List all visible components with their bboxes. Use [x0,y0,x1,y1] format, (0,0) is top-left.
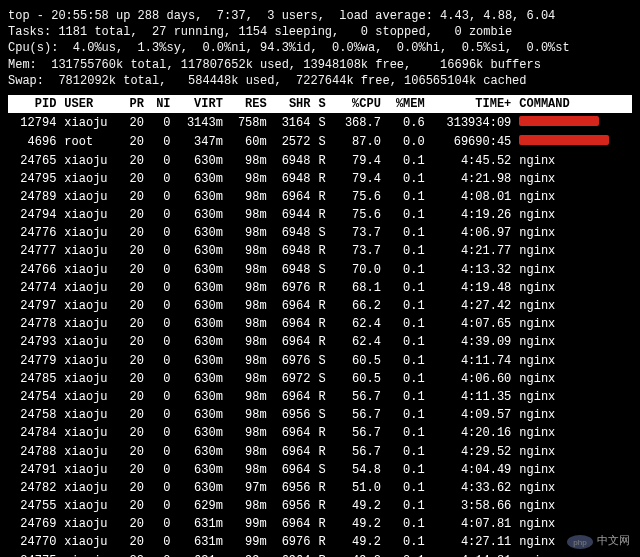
process-row[interactable]: 4696root200347m60m2572S87.00.069690:45 [8,132,632,151]
cell-pid: 4696 [8,132,60,151]
cell-s: R [314,170,332,188]
cell-ni: 0 [148,333,175,351]
cell-res: 98m [227,206,271,224]
cell-cpu: 62.4 [333,333,385,351]
summary-cpu: Cpu(s): 4.0%us, 1.3%sy, 0.0%ni, 94.3%id,… [8,40,632,56]
cell-pid: 24784 [8,424,60,442]
process-row[interactable]: 24766xiaoju200630m98m6948S70.00.14:13.32… [8,261,632,279]
cell-cpu: 56.7 [333,406,385,424]
cell-mem: 0.1 [385,424,429,442]
cell-pr: 20 [121,333,148,351]
col-pid[interactable]: PID [8,95,60,113]
cell-cpu: 49.2 [333,533,385,551]
process-row[interactable]: 24778xiaoju200630m98m6964R62.40.14:07.65… [8,315,632,333]
cell-time: 4:07.65 [429,315,516,333]
cell-s: R [314,552,332,557]
process-row[interactable]: 24797xiaoju200630m98m6964R66.20.14:27.42… [8,297,632,315]
cell-pr: 20 [121,113,148,132]
cell-virt: 630m [175,297,227,315]
cell-s: R [314,206,332,224]
cell-ni: 0 [148,552,175,557]
col-time[interactable]: TIME+ [429,95,516,113]
process-row[interactable]: 24795xiaoju200630m98m6948R79.40.14:21.98… [8,170,632,188]
process-row[interactable]: 24770xiaoju200631m99m6976R49.20.14:27.11… [8,533,632,551]
col-cpu[interactable]: %CPU [333,95,385,113]
cell-res: 98m [227,170,271,188]
header-row[interactable]: PID USER PR NI VIRT RES SHR S %CPU %MEM … [8,95,632,113]
process-row[interactable]: 24765xiaoju200630m98m6948R79.40.14:45.52… [8,152,632,170]
cell-command: nginx [515,370,632,388]
cell-pid: 24774 [8,279,60,297]
cell-s: S [314,132,332,151]
col-mem[interactable]: %MEM [385,95,429,113]
process-row[interactable]: 24794xiaoju200630m98m6944R75.60.14:19.26… [8,206,632,224]
cell-s: S [314,261,332,279]
process-row[interactable]: 24774xiaoju200630m98m6976R68.10.14:19.48… [8,279,632,297]
cell-ni: 0 [148,188,175,206]
process-row[interactable]: 24754xiaoju200630m98m6964R56.70.14:11.35… [8,388,632,406]
cell-command: nginx [515,242,632,260]
process-row[interactable]: 24776xiaoju200630m98m6948S73.70.14:06.97… [8,224,632,242]
col-pr[interactable]: PR [121,95,148,113]
cell-command: nginx [515,461,632,479]
cell-s: R [314,479,332,497]
cell-cpu: 75.6 [333,206,385,224]
cell-command: nginx [515,497,632,515]
col-s[interactable]: S [314,95,332,113]
process-row[interactable]: 24777xiaoju200630m98m6948R73.70.14:21.77… [8,242,632,260]
cell-virt: 630m [175,461,227,479]
cell-time: 4:13.32 [429,261,516,279]
cell-cpu: 70.0 [333,261,385,279]
cell-virt: 630m [175,279,227,297]
col-res[interactable]: RES [227,95,271,113]
cell-cpu: 49.2 [333,552,385,557]
cell-pr: 20 [121,170,148,188]
cell-pr: 20 [121,552,148,557]
cell-ni: 0 [148,406,175,424]
cell-pr: 20 [121,188,148,206]
cell-pid: 24758 [8,406,60,424]
process-row[interactable]: 24791xiaoju200630m98m6964S54.80.14:04.49… [8,461,632,479]
cell-pr: 20 [121,261,148,279]
cell-ni: 0 [148,279,175,297]
cell-time: 4:11.35 [429,388,516,406]
col-ni[interactable]: NI [148,95,175,113]
col-virt[interactable]: VIRT [175,95,227,113]
process-row[interactable]: 24788xiaoju200630m98m6964R56.70.14:29.52… [8,443,632,461]
col-shr[interactable]: SHR [271,95,315,113]
cell-pr: 20 [121,497,148,515]
cell-mem: 0.1 [385,388,429,406]
process-row[interactable]: 24758xiaoju200630m98m6956S56.70.14:09.57… [8,406,632,424]
cell-virt: 630m [175,352,227,370]
process-row[interactable]: 24755xiaoju200629m98m6956R49.20.13:58.66… [8,497,632,515]
cell-virt: 630m [175,333,227,351]
cell-virt: 630m [175,406,227,424]
cell-res: 758m [227,113,271,132]
col-user[interactable]: USER [60,95,121,113]
process-row[interactable]: 24775xiaoju200631m99m6964R49.20.14:14.81… [8,552,632,557]
process-row[interactable]: 24793xiaoju200630m98m6964R62.40.14:39.09… [8,333,632,351]
process-row[interactable]: 24782xiaoju200630m97m6956R51.00.14:33.62… [8,479,632,497]
cell-time: 4:21.77 [429,242,516,260]
cell-mem: 0.1 [385,152,429,170]
process-row[interactable]: 24784xiaoju200630m98m6964R56.70.14:20.16… [8,424,632,442]
cell-shr: 3164 [271,113,315,132]
cell-pid: 24782 [8,479,60,497]
process-row[interactable]: 24789xiaoju200630m98m6964R75.60.14:08.01… [8,188,632,206]
cell-ni: 0 [148,479,175,497]
cell-s: S [314,224,332,242]
cell-shr: 6964 [271,552,315,557]
cell-mem: 0.1 [385,170,429,188]
process-row[interactable]: 24785xiaoju200630m98m6972S60.50.14:06.60… [8,370,632,388]
cell-shr: 6964 [271,315,315,333]
process-row[interactable]: 24779xiaoju200630m98m6976S60.50.14:11.74… [8,352,632,370]
cell-user: xiaoju [60,113,121,132]
process-row[interactable]: 24769xiaoju200631m99m6964R49.20.14:07.81… [8,515,632,533]
cell-pid: 24769 [8,515,60,533]
cell-user: xiaoju [60,461,121,479]
cell-user: xiaoju [60,170,121,188]
process-row[interactable]: 12794xiaoju2003143m758m3164S368.70.63139… [8,113,632,132]
redacted-command [519,116,599,126]
col-command[interactable]: COMMAND [515,95,632,113]
cell-ni: 0 [148,443,175,461]
